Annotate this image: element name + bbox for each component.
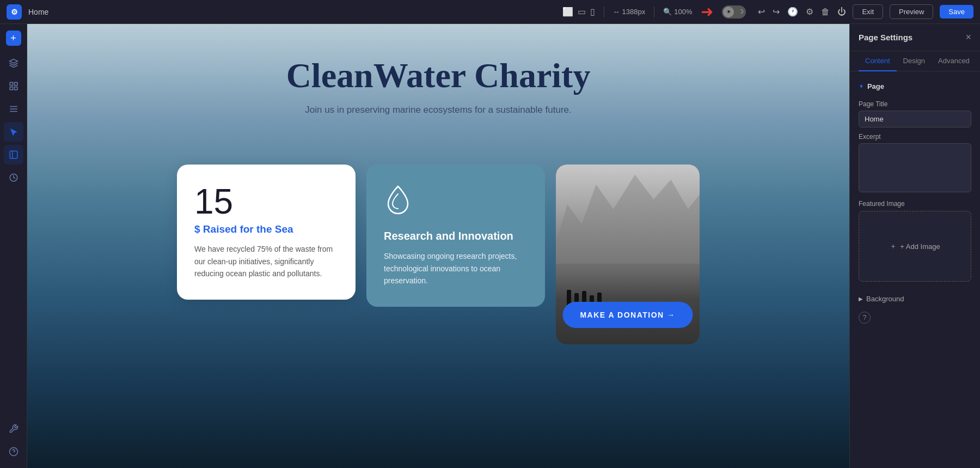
preview-button[interactable]: Preview: [890, 4, 933, 19]
page-section-toggle[interactable]: ▼ Page: [859, 78, 971, 95]
sidebar-icon-navigator[interactable]: [4, 99, 23, 119]
zoom-icon: 🔍: [663, 8, 672, 16]
desktop-icon[interactable]: ⬜: [562, 7, 573, 17]
canvas-area: CleanWater Charity Join us in preserving…: [27, 24, 849, 468]
tab-design[interactable]: Design: [897, 51, 932, 71]
moon-icon: ☽: [738, 8, 744, 15]
sidebar-icon-grid[interactable]: [4, 76, 23, 96]
width-display: ↔ 1388px: [613, 8, 646, 16]
page-name: Home: [28, 8, 48, 16]
add-element-button[interactable]: +: [6, 31, 21, 46]
topbar-actions: ↩ ↪ 🕐 ⚙ 🗑 ⏻: [758, 7, 846, 17]
svg-rect-1: [10, 82, 13, 85]
featured-image-label: Featured Image: [859, 200, 971, 208]
panel-title: Page Settings: [859, 33, 912, 42]
svg-rect-2: [14, 82, 17, 85]
sidebar-icon-media[interactable]: [4, 168, 23, 187]
exit-button[interactable]: Exit: [853, 4, 883, 19]
right-panel: Page Settings × Content Design Advanced …: [849, 24, 980, 468]
card-image: MAKE A DONATION →: [556, 165, 700, 344]
zoom-value: 100%: [674, 8, 692, 16]
svg-rect-8: [10, 151, 17, 159]
divider2: [654, 7, 654, 17]
hero-subtitle: Join us in preserving marine ecosystems …: [305, 105, 571, 116]
card-stats: 15 $ Raised for the Sea We have recycled…: [177, 165, 356, 299]
donation-button[interactable]: MAKE A DONATION →: [562, 302, 693, 328]
stat-number: 15: [194, 184, 338, 219]
tab-advanced[interactable]: Advanced: [932, 51, 976, 71]
background-section-label: Background: [866, 295, 904, 303]
width-resize-icon: ↔: [613, 8, 620, 16]
add-image-label: + Add Image: [900, 242, 940, 251]
width-value: 1388px: [622, 8, 646, 16]
panel-header: Page Settings ×: [850, 24, 980, 51]
tablet-icon[interactable]: ▭: [578, 7, 586, 17]
main-area: + CleanWater Charity: [0, 24, 980, 468]
excerpt-textarea[interactable]: [859, 143, 971, 192]
topbar: ⚙ Home ⬜ ▭ ▯ ↔ 1388px 🔍 100% ➜ ☀ ☽ ↩ ↪ 🕐…: [0, 0, 980, 24]
hero-title: CleanWater Charity: [286, 57, 591, 95]
theme-toggle[interactable]: ☀ ☽: [722, 5, 746, 19]
sidebar-icon-cursor[interactable]: [4, 122, 23, 142]
stat-title: $ Raised for the Sea: [194, 223, 338, 235]
background-section-toggle[interactable]: ▶ Background: [859, 290, 971, 307]
card-research: Research and Innovation Showcasing ongoi…: [366, 165, 545, 306]
divider: [604, 7, 604, 17]
page-title-label: Page Title: [859, 100, 971, 108]
history-icon[interactable]: 🕐: [787, 7, 798, 17]
page-preview: CleanWater Charity Join us in preserving…: [27, 24, 849, 468]
mobile-icon[interactable]: ▯: [590, 7, 595, 17]
sidebar-icon-elements[interactable]: [4, 145, 23, 165]
power-icon[interactable]: ⏻: [837, 7, 846, 17]
left-sidebar: +: [0, 24, 27, 468]
hero-section: CleanWater Charity Join us in preserving…: [27, 24, 849, 165]
panel-close-button[interactable]: ×: [965, 32, 971, 43]
svg-marker-0: [9, 59, 17, 64]
undo-icon[interactable]: ↩: [758, 7, 765, 17]
panel-tabs: Content Design Advanced: [850, 51, 980, 71]
bg-collapse-arrow-icon: ▶: [859, 296, 863, 302]
annotation-arrow: ➜: [701, 3, 713, 21]
sidebar-icon-layers[interactable]: [4, 53, 23, 73]
add-image-plus-icon: ＋: [890, 241, 897, 251]
add-image-button[interactable]: ＋ + Add Image: [859, 211, 971, 282]
research-description: Showcasing ongoing research projects, te…: [384, 250, 528, 287]
svg-rect-4: [14, 87, 17, 90]
tab-content[interactable]: Content: [859, 51, 897, 71]
redo-icon[interactable]: ↪: [773, 7, 780, 17]
stat-description: We have recycled 75% of the waste from o…: [194, 243, 338, 279]
page-title-input[interactable]: [859, 111, 971, 127]
research-title: Research and Innovation: [384, 230, 528, 242]
device-switcher: ⬜ ▭ ▯: [562, 7, 595, 17]
save-button[interactable]: Save: [940, 5, 973, 19]
zoom-display: 🔍 100%: [663, 8, 692, 16]
sidebar-icon-help[interactable]: [4, 442, 23, 461]
svg-rect-3: [10, 87, 13, 90]
drop-icon: [384, 184, 528, 220]
sidebar-icon-tools[interactable]: [4, 419, 23, 439]
delete-icon[interactable]: 🗑: [821, 7, 830, 17]
collapse-arrow-icon: ▼: [859, 83, 864, 89]
toggle-knob: ☀: [723, 7, 734, 17]
panel-content: ▼ Page Page Title Excerpt Featured Image…: [850, 71, 980, 468]
page-section-label: Page: [867, 82, 884, 90]
cards-row: 15 $ Raised for the Sea We have recycled…: [166, 165, 710, 344]
excerpt-label: Excerpt: [859, 133, 971, 141]
settings-icon[interactable]: ⚙: [806, 7, 813, 17]
app-logo[interactable]: ⚙: [7, 4, 22, 20]
help-button[interactable]: ?: [859, 312, 871, 324]
